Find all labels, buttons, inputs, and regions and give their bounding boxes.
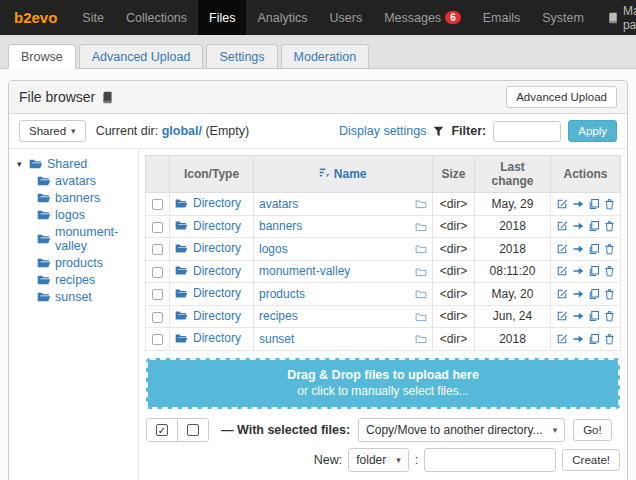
copy-icon[interactable] bbox=[588, 198, 600, 210]
row-type-link[interactable]: Directory bbox=[175, 264, 241, 278]
row-type-link[interactable]: Directory bbox=[175, 219, 241, 233]
drag-drop-upload-zone[interactable]: Drag & Drop files to upload here or clic… bbox=[146, 358, 620, 409]
nav-item-emails[interactable]: Emails bbox=[472, 0, 532, 35]
folder-open-icon bbox=[175, 198, 188, 209]
create-new-row: New: folder ▾ : Create! bbox=[145, 446, 621, 480]
row-checkbox[interactable] bbox=[152, 267, 163, 278]
manual-book-icon[interactable] bbox=[101, 91, 114, 104]
new-name-input[interactable] bbox=[424, 448, 556, 472]
tree-item-sunset[interactable]: sunset bbox=[17, 290, 134, 304]
move-arrow-icon[interactable] bbox=[572, 310, 584, 322]
tab-moderation[interactable]: Moderation bbox=[281, 44, 370, 68]
delete-trash-icon[interactable] bbox=[604, 310, 615, 322]
go-button[interactable]: Go! bbox=[573, 419, 612, 441]
row-name-link[interactable]: products bbox=[259, 287, 305, 301]
create-button[interactable]: Create! bbox=[562, 449, 620, 471]
move-arrow-icon[interactable] bbox=[572, 198, 584, 210]
tree-collapse-caret-icon[interactable]: ▾ bbox=[17, 159, 25, 169]
edit-properties-icon[interactable] bbox=[556, 333, 568, 345]
copy-icon[interactable] bbox=[588, 310, 600, 322]
folder-outline-icon[interactable] bbox=[415, 333, 427, 344]
apply-filter-button[interactable]: Apply bbox=[568, 120, 617, 142]
move-arrow-icon[interactable] bbox=[572, 333, 584, 345]
folder-outline-icon[interactable] bbox=[415, 266, 427, 277]
tree-item-logos[interactable]: logos bbox=[17, 208, 134, 222]
copy-icon[interactable] bbox=[588, 288, 600, 300]
row-checkbox[interactable] bbox=[152, 289, 163, 300]
tab-settings[interactable]: Settings bbox=[206, 44, 277, 68]
copy-icon[interactable] bbox=[588, 333, 600, 345]
row-checkbox[interactable] bbox=[152, 334, 163, 345]
nav-item-users[interactable]: Users bbox=[318, 0, 373, 35]
row-checkbox[interactable] bbox=[152, 244, 163, 255]
brand-logo[interactable]: b2evo bbox=[0, 0, 71, 35]
delete-trash-icon[interactable] bbox=[604, 220, 615, 232]
row-checkbox[interactable] bbox=[152, 222, 163, 233]
row-name-link[interactable]: logos bbox=[259, 242, 288, 256]
folder-outline-icon[interactable] bbox=[415, 221, 427, 232]
edit-properties-icon[interactable] bbox=[556, 265, 568, 277]
row-name-link[interactable]: banners bbox=[259, 219, 302, 233]
advanced-upload-button[interactable]: Advanced Upload bbox=[506, 86, 617, 108]
row-checkbox[interactable] bbox=[152, 312, 163, 323]
delete-trash-icon[interactable] bbox=[604, 288, 615, 300]
row-name-link[interactable]: recipes bbox=[259, 309, 298, 323]
copy-icon[interactable] bbox=[588, 265, 600, 277]
folder-outline-icon[interactable] bbox=[415, 243, 427, 254]
row-type-link[interactable]: Directory bbox=[175, 286, 241, 300]
row-name-link[interactable]: monument-valley bbox=[259, 264, 350, 278]
copy-icon[interactable] bbox=[588, 220, 600, 232]
tab-browse[interactable]: Browse bbox=[8, 44, 76, 69]
manual-page-link[interactable]: Manual page bbox=[595, 0, 636, 35]
tree-item-avatars[interactable]: avatars bbox=[17, 174, 134, 188]
selected-action-select[interactable]: Copy/Move to another directory... ▾ bbox=[358, 418, 565, 442]
nav-item-system[interactable]: System bbox=[531, 0, 595, 35]
folder-outline-icon[interactable] bbox=[415, 198, 427, 209]
row-type-link[interactable]: Directory bbox=[175, 309, 241, 323]
row-checkbox[interactable] bbox=[152, 199, 163, 210]
nav-item-files[interactable]: Files bbox=[198, 0, 246, 35]
folder-outline-icon[interactable] bbox=[415, 288, 427, 299]
header-name-sort[interactable]: Name bbox=[254, 156, 433, 193]
tree-item-banners[interactable]: banners bbox=[17, 191, 134, 205]
tab-advanced-upload[interactable]: Advanced Upload bbox=[79, 44, 204, 68]
edit-properties-icon[interactable] bbox=[556, 243, 568, 255]
nav-item-collections[interactable]: Collections bbox=[115, 0, 198, 35]
nav-items: Site Collections Files Analytics Users M… bbox=[71, 0, 595, 35]
current-dir-path-link[interactable]: global/ bbox=[162, 124, 202, 138]
tree-item-products[interactable]: products bbox=[17, 256, 134, 270]
filter-input[interactable] bbox=[493, 121, 561, 142]
nav-item-site[interactable]: Site bbox=[71, 0, 115, 35]
folder-outline-icon[interactable] bbox=[415, 311, 427, 322]
delete-trash-icon[interactable] bbox=[604, 243, 615, 255]
check-all-button[interactable]: ✓ bbox=[147, 419, 177, 441]
row-name-link[interactable]: avatars bbox=[259, 197, 298, 211]
copy-icon[interactable] bbox=[588, 243, 600, 255]
row-name-link[interactable]: sunset bbox=[259, 332, 294, 346]
nav-item-messages[interactable]: Messages 6 bbox=[373, 0, 472, 35]
row-type-link[interactable]: Directory bbox=[175, 331, 241, 345]
edit-properties-icon[interactable] bbox=[556, 198, 568, 210]
row-type-link[interactable]: Directory bbox=[175, 196, 241, 210]
nav-item-analytics[interactable]: Analytics bbox=[246, 0, 318, 35]
delete-trash-icon[interactable] bbox=[604, 265, 615, 277]
tree-item-recipes[interactable]: recipes bbox=[17, 273, 134, 287]
tree-item-monument-valley[interactable]: monument-valley bbox=[17, 225, 134, 253]
move-arrow-icon[interactable] bbox=[572, 288, 584, 300]
row-type-link[interactable]: Directory bbox=[175, 241, 241, 255]
delete-trash-icon[interactable] bbox=[604, 198, 615, 210]
delete-trash-icon[interactable] bbox=[604, 333, 615, 345]
edit-properties-icon[interactable] bbox=[556, 288, 568, 300]
new-type-select[interactable]: folder ▾ bbox=[348, 448, 409, 472]
move-arrow-icon[interactable] bbox=[572, 220, 584, 232]
row-size: <dir> bbox=[433, 193, 475, 216]
header-actions: Actions bbox=[551, 156, 621, 193]
edit-properties-icon[interactable] bbox=[556, 310, 568, 322]
move-arrow-icon[interactable] bbox=[572, 243, 584, 255]
move-arrow-icon[interactable] bbox=[572, 265, 584, 277]
uncheck-all-button[interactable] bbox=[177, 419, 208, 441]
root-selector-button[interactable]: Shared ▾ bbox=[19, 120, 86, 142]
tree-root-shared[interactable]: ▾ Shared bbox=[17, 157, 134, 171]
display-settings-link[interactable]: Display settings bbox=[339, 124, 427, 138]
edit-properties-icon[interactable] bbox=[556, 220, 568, 232]
